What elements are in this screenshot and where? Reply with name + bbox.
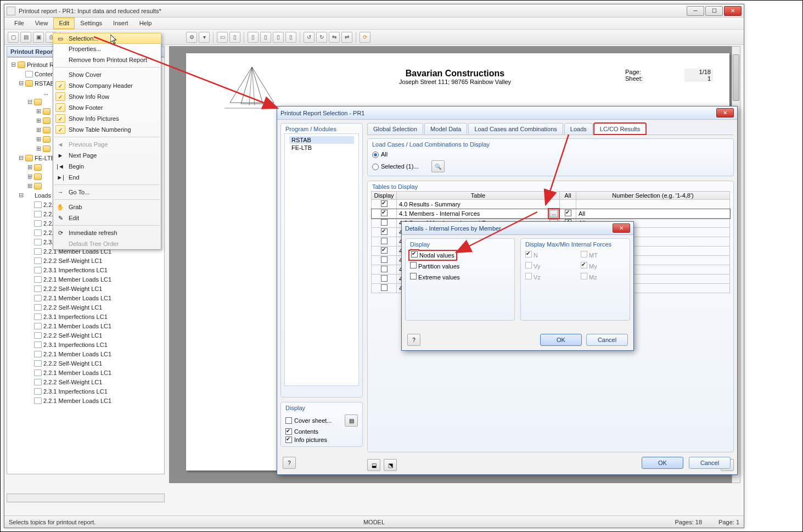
tab[interactable]: Load Cases and Combinations [468,123,563,135]
maximize-button[interactable]: ☐ [705,6,723,16]
menu-item[interactable]: Properties... [53,43,161,54]
menu-item[interactable]: ✎Edit [53,212,161,223]
tree-item[interactable]: 2.2.2 Self-Weight LC1 [8,377,163,387]
tb-save-icon[interactable]: ▣ [33,32,44,43]
tab[interactable]: Loads [564,123,593,135]
menu-item[interactable]: ►Next Page [53,150,161,161]
tb-refresh-icon[interactable]: ⟳ [360,32,370,43]
close-button[interactable]: ✕ [724,6,742,16]
tree-item[interactable]: 2.3.1 Imperfections LC1 [8,387,163,396]
lc-selected-radio[interactable] [372,164,379,170]
menu-settings[interactable]: Settings [75,18,108,29]
lc-select-button[interactable]: 🔍 [431,160,445,172]
selection-ok-button[interactable]: OK [642,457,683,469]
menu-help[interactable]: Help [134,18,158,29]
contents-checkbox[interactable] [285,428,292,435]
tb-doc2-icon[interactable]: ▯ [260,32,271,43]
row-details-button[interactable]: ... [549,210,558,217]
menu-item[interactable]: ⟳Immediate refresh [53,227,161,238]
tree-item[interactable]: 2.3.1 Imperfections LC1 [8,340,163,349]
menu-item[interactable]: Show Cover [53,69,161,80]
minimize-button[interactable]: ─ [687,6,704,16]
display-checkbox[interactable] [381,210,388,216]
tb-page-icon[interactable]: ▯ [229,32,240,43]
tb-link4-icon[interactable]: ⇄ [341,32,352,43]
tab[interactable]: Model Data [424,123,467,135]
menu-item[interactable]: →Go To... [53,187,161,198]
tree-item[interactable]: 2.2.1 Member Loads LC1 [8,396,163,405]
details-dialog-close-icon[interactable]: ✕ [613,223,630,233]
tb-doc4-icon[interactable]: ▯ [285,32,296,43]
tree-item[interactable]: 2.2.2 Self-Weight LC1 [8,284,163,293]
menu-item[interactable]: ✓Show Info Pictures [53,113,161,124]
table-tool-2[interactable]: ⬔ [384,459,397,471]
display-checkbox[interactable] [381,228,388,235]
contents-label: Contents [294,428,318,435]
menu-item[interactable]: ▭Selection... [53,33,161,44]
tree-item[interactable]: 2.2.2 Self-Weight LC1 [8,303,163,312]
display-checkbox[interactable] [381,266,388,272]
help-button[interactable]: ? [283,457,296,469]
menu-item[interactable]: ✓Show Company Header [53,80,161,91]
maxmin-title: Display Max/Min Internal Forces [521,239,630,249]
tree-item[interactable]: 2.2.1 Member Loads LC1 [8,368,163,377]
tree-item[interactable]: 2.3.1 Imperfections LC1 [8,312,163,321]
details-cancel-button[interactable]: Cancel [586,334,628,346]
selection-dialog-close-icon[interactable]: ✕ [716,108,734,117]
display-checkbox[interactable] [381,256,388,263]
display-checkbox[interactable] [381,247,388,254]
tree-item[interactable]: 2.2.1 Member Loads LC1 [8,293,163,303]
menu-item[interactable]: ✋Grab [53,201,161,212]
display-checkbox[interactable] [381,200,388,207]
partition-checkbox[interactable] [410,262,417,268]
menu-item[interactable]: ✓Show Footer [53,102,161,113]
program-item[interactable]: FE-LTB [289,144,354,152]
menu-edit[interactable]: Edit [53,18,75,29]
infopics-checkbox[interactable] [285,436,292,443]
app-icon [7,7,15,15]
cover-edit-button[interactable]: ▤ [345,415,358,427]
tb-doc3-icon[interactable]: ▯ [273,32,284,43]
tb-gear-icon[interactable]: ⚙ [186,32,197,43]
tb-dropdown-icon[interactable]: ▾ [199,32,210,43]
nodal-checkbox[interactable] [411,251,418,257]
tab[interactable]: Global Selection [367,123,423,135]
cover-checkbox[interactable] [285,417,292,424]
display-checkbox[interactable] [381,284,388,291]
menu-insert[interactable]: Insert [108,18,134,29]
tree-item[interactable]: 2.2.1 Member Loads LC1 [8,321,163,331]
tree-item[interactable]: 2.2.2 Self-Weight LC1 [8,359,163,368]
tb-select-icon[interactable]: ▭ [217,32,228,43]
display-checkbox[interactable] [381,275,388,282]
tree-item[interactable]: 2.3.1 Imperfections LC1 [8,265,163,275]
details-help-button[interactable]: ? [407,334,420,346]
all-checkbox[interactable] [565,210,571,216]
tab[interactable]: LC/CO Results [594,123,646,135]
tree-item[interactable]: 2.2.2 Self-Weight LC1 [8,331,163,340]
table-tool-1[interactable]: ⬓ [367,459,380,471]
menu-view[interactable]: View [30,18,54,29]
tb-link3-icon[interactable]: ⇆ [329,32,340,43]
menu-item[interactable]: |◄Begin [53,161,161,172]
tree-item[interactable]: 2.2.2 Self-Weight LC1 [8,256,163,265]
display-checkbox[interactable] [381,238,388,244]
tb-link2-icon[interactable]: ↻ [316,32,327,43]
menu-item[interactable]: Remove from Printout Report [53,54,161,65]
menu-item[interactable]: ►|End [53,172,161,183]
selection-cancel-button[interactable]: Cancel [689,457,731,469]
tree-hscroll[interactable] [7,494,165,502]
menu-file[interactable]: File [9,18,30,29]
lc-all-radio[interactable] [372,152,379,158]
menu-item[interactable]: ✓Show Info Row [53,91,161,102]
tb-open-icon[interactable]: ▤ [20,32,31,43]
tree-item[interactable]: 2.2.1 Member Loads LC1 [8,349,163,359]
extreme-checkbox[interactable] [410,273,417,279]
tb-link1-icon[interactable]: ↺ [304,32,315,43]
menu-item[interactable]: ✓Show Table Numbering [53,124,161,135]
tb-new-icon[interactable]: ▢ [8,32,19,43]
tree-item[interactable]: 2.2.1 Member Loads LC1 [8,275,163,284]
details-ok-button[interactable]: OK [540,334,582,346]
tb-doc1-icon[interactable]: ▯ [248,32,259,43]
display-checkbox[interactable] [381,219,388,226]
program-item[interactable]: RSTAB [289,136,354,144]
